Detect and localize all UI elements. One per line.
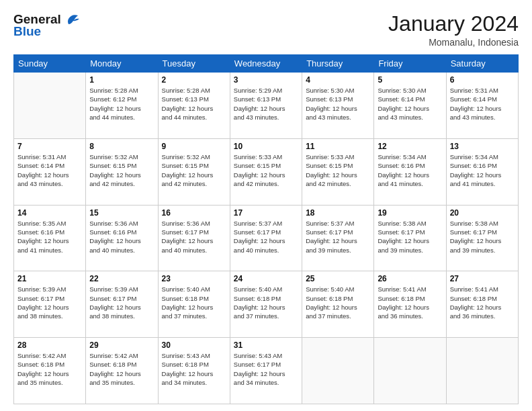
table-row: 21Sunrise: 5:39 AMSunset: 6:17 PMDayligh…: [14, 271, 86, 338]
day-info: Sunrise: 5:39 AMSunset: 6:17 PMDaylight:…: [17, 285, 82, 320]
day-info: Sunrise: 5:30 AMSunset: 6:13 PMDaylight:…: [306, 86, 370, 122]
week-row-2: 14Sunrise: 5:35 AMSunset: 6:16 PMDayligh…: [14, 205, 519, 271]
week-row-0: 1Sunrise: 5:28 AMSunset: 6:12 PMDaylight…: [14, 73, 519, 139]
col-thursday: Thursday: [302, 55, 374, 73]
col-sunday: Sunday: [14, 55, 86, 73]
day-number: 15: [89, 208, 154, 218]
day-info: Sunrise: 5:42 AMSunset: 6:18 PMDaylight:…: [89, 351, 154, 387]
day-info: Sunrise: 5:37 AMSunset: 6:17 PMDaylight:…: [306, 219, 370, 255]
table-row: 4Sunrise: 5:30 AMSunset: 6:13 PMDaylight…: [302, 73, 374, 139]
day-number: 28: [17, 340, 82, 350]
day-number: 11: [306, 142, 370, 151]
calendar-header-row: Sunday Monday Tuesday Wednesday Thursday…: [14, 55, 519, 73]
day-number: 6: [450, 75, 515, 85]
day-info: Sunrise: 5:32 AMSunset: 6:15 PMDaylight:…: [89, 152, 154, 188]
table-row: 14Sunrise: 5:35 AMSunset: 6:16 PMDayligh…: [14, 205, 86, 271]
logo-blue: Blue: [13, 25, 81, 39]
day-number: 4: [306, 75, 370, 85]
calendar-table: Sunday Monday Tuesday Wednesday Thursday…: [13, 54, 519, 404]
day-info: Sunrise: 5:32 AMSunset: 6:15 PMDaylight:…: [162, 152, 226, 188]
table-row: 28Sunrise: 5:42 AMSunset: 6:18 PMDayligh…: [14, 338, 86, 404]
table-row: 29Sunrise: 5:42 AMSunset: 6:18 PMDayligh…: [86, 338, 158, 404]
day-info: Sunrise: 5:31 AMSunset: 6:14 PMDaylight:…: [450, 86, 515, 122]
day-info: Sunrise: 5:41 AMSunset: 6:18 PMDaylight:…: [450, 285, 515, 320]
day-info: Sunrise: 5:28 AMSunset: 6:13 PMDaylight:…: [162, 86, 226, 122]
table-row: 18Sunrise: 5:37 AMSunset: 6:17 PMDayligh…: [302, 205, 374, 271]
day-number: 19: [378, 208, 442, 218]
day-info: Sunrise: 5:43 AMSunset: 6:18 PMDaylight:…: [162, 351, 226, 387]
day-info: Sunrise: 5:36 AMSunset: 6:16 PMDaylight:…: [89, 219, 154, 255]
table-row: [302, 338, 374, 404]
table-row: 20Sunrise: 5:38 AMSunset: 6:17 PMDayligh…: [446, 205, 518, 271]
day-number: 18: [306, 208, 370, 218]
day-number: 14: [17, 208, 82, 218]
day-info: Sunrise: 5:37 AMSunset: 6:17 PMDaylight:…: [234, 219, 298, 255]
table-row: 12Sunrise: 5:34 AMSunset: 6:16 PMDayligh…: [374, 138, 446, 205]
day-info: Sunrise: 5:28 AMSunset: 6:12 PMDaylight:…: [89, 86, 154, 122]
day-info: Sunrise: 5:36 AMSunset: 6:17 PMDaylight:…: [162, 219, 226, 255]
day-info: Sunrise: 5:43 AMSunset: 6:17 PMDaylight:…: [234, 351, 298, 387]
table-row: 16Sunrise: 5:36 AMSunset: 6:17 PMDayligh…: [158, 205, 230, 271]
day-info: Sunrise: 5:34 AMSunset: 6:16 PMDaylight:…: [450, 152, 515, 188]
table-row: 31Sunrise: 5:43 AMSunset: 6:17 PMDayligh…: [230, 338, 302, 404]
table-row: 9Sunrise: 5:32 AMSunset: 6:15 PMDaylight…: [158, 138, 230, 205]
day-number: 23: [162, 274, 226, 283]
table-row: 15Sunrise: 5:36 AMSunset: 6:16 PMDayligh…: [86, 205, 158, 271]
day-info: Sunrise: 5:33 AMSunset: 6:15 PMDaylight:…: [234, 152, 298, 188]
day-number: 12: [378, 142, 442, 151]
day-number: 3: [234, 75, 298, 85]
day-info: Sunrise: 5:42 AMSunset: 6:18 PMDaylight:…: [17, 351, 82, 387]
col-tuesday: Tuesday: [158, 55, 230, 73]
table-row: 6Sunrise: 5:31 AMSunset: 6:14 PMDaylight…: [446, 73, 518, 139]
table-row: 5Sunrise: 5:30 AMSunset: 6:14 PMDaylight…: [374, 73, 446, 139]
day-number: 2: [162, 75, 226, 85]
col-saturday: Saturday: [446, 55, 518, 73]
month-title: January 2024: [388, 12, 519, 36]
table-row: 1Sunrise: 5:28 AMSunset: 6:12 PMDaylight…: [86, 73, 158, 139]
day-number: 17: [234, 208, 298, 218]
table-row: [374, 338, 446, 404]
week-row-4: 28Sunrise: 5:42 AMSunset: 6:18 PMDayligh…: [14, 338, 519, 404]
day-number: 13: [450, 142, 515, 151]
week-row-3: 21Sunrise: 5:39 AMSunset: 6:17 PMDayligh…: [14, 271, 519, 338]
table-row: 25Sunrise: 5:40 AMSunset: 6:18 PMDayligh…: [302, 271, 374, 338]
day-number: 20: [450, 208, 515, 218]
title-area: January 2024 Momanalu, Indonesia: [388, 12, 519, 48]
location-title: Momanalu, Indonesia: [388, 37, 519, 48]
day-info: Sunrise: 5:40 AMSunset: 6:18 PMDaylight:…: [234, 285, 298, 320]
day-number: 24: [234, 274, 298, 283]
day-number: 29: [89, 340, 154, 350]
table-row: [446, 338, 518, 404]
table-row: 3Sunrise: 5:29 AMSunset: 6:13 PMDaylight…: [230, 73, 302, 139]
day-number: 10: [234, 142, 298, 151]
day-info: Sunrise: 5:41 AMSunset: 6:18 PMDaylight:…: [378, 285, 442, 320]
day-number: 1: [89, 75, 154, 85]
col-wednesday: Wednesday: [230, 55, 302, 73]
day-number: 25: [306, 274, 370, 283]
day-number: 27: [450, 274, 515, 283]
day-info: Sunrise: 5:31 AMSunset: 6:14 PMDaylight:…: [17, 152, 82, 188]
day-info: Sunrise: 5:40 AMSunset: 6:18 PMDaylight:…: [306, 285, 370, 320]
table-row: 26Sunrise: 5:41 AMSunset: 6:18 PMDayligh…: [374, 271, 446, 338]
col-friday: Friday: [374, 55, 446, 73]
day-info: Sunrise: 5:38 AMSunset: 6:17 PMDaylight:…: [450, 219, 515, 255]
table-row: 2Sunrise: 5:28 AMSunset: 6:13 PMDaylight…: [158, 73, 230, 139]
day-number: 22: [89, 274, 154, 283]
col-monday: Monday: [86, 55, 158, 73]
header: General Blue January 2024 Momanalu, Indo…: [13, 12, 519, 48]
table-row: [14, 73, 86, 139]
day-info: Sunrise: 5:33 AMSunset: 6:15 PMDaylight:…: [306, 152, 370, 188]
logo-area: General Blue: [13, 12, 81, 39]
table-row: 23Sunrise: 5:40 AMSunset: 6:18 PMDayligh…: [158, 271, 230, 338]
day-info: Sunrise: 5:40 AMSunset: 6:18 PMDaylight:…: [162, 285, 226, 320]
day-number: 8: [89, 142, 154, 151]
week-row-1: 7Sunrise: 5:31 AMSunset: 6:14 PMDaylight…: [14, 138, 519, 205]
day-number: 26: [378, 274, 442, 283]
table-row: 17Sunrise: 5:37 AMSunset: 6:17 PMDayligh…: [230, 205, 302, 271]
table-row: 8Sunrise: 5:32 AMSunset: 6:15 PMDaylight…: [86, 138, 158, 205]
logo-bird-icon: [63, 12, 81, 27]
day-info: Sunrise: 5:30 AMSunset: 6:14 PMDaylight:…: [378, 86, 442, 122]
page: General Blue January 2024 Momanalu, Indo…: [0, 0, 532, 411]
day-info: Sunrise: 5:38 AMSunset: 6:17 PMDaylight:…: [378, 219, 442, 255]
table-row: 10Sunrise: 5:33 AMSunset: 6:15 PMDayligh…: [230, 138, 302, 205]
